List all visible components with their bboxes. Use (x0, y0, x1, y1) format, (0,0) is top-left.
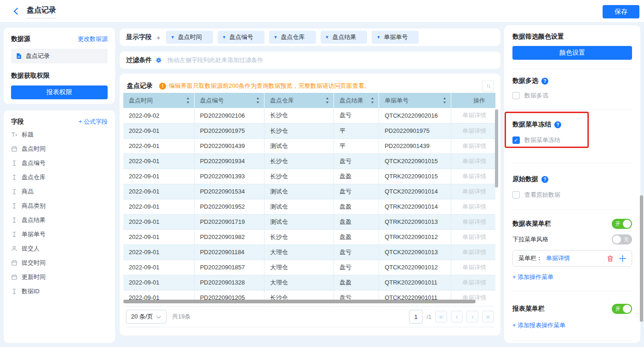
sort-icon[interactable]: ▲▼ (186, 96, 190, 104)
table-cell: 长沙仓 (264, 123, 334, 138)
field-item[interactable]: 盘点结果 (11, 215, 108, 225)
color-setting-button[interactable]: 颜色设置 (512, 46, 632, 60)
doc-detail-link[interactable]: 单据详情 (451, 138, 495, 154)
add-report-menu-link[interactable]: + 添加报表操作菜单 (512, 321, 632, 330)
display-field-chip[interactable]: ▼盘点时间 (166, 31, 213, 44)
column-header[interactable]: 盘点编号▲▼ (194, 93, 264, 108)
field-item[interactable]: 更新时间 (11, 272, 108, 282)
checkbox-unchecked-icon[interactable] (512, 92, 520, 99)
doc-detail-link[interactable]: 单据详情 (451, 260, 495, 275)
table-cell: 长沙仓 (264, 169, 334, 184)
datasource-item[interactable]: 盘点记录 (11, 49, 108, 63)
sort-order-icon[interactable]: ↑↓ (482, 80, 494, 92)
display-field-chip[interactable]: ▼盘点仓库 (269, 31, 316, 44)
formula-field-link[interactable]: + 公式字段 (79, 118, 108, 126)
column-header[interactable]: 盘点时间▲▼ (123, 93, 194, 108)
save-button[interactable]: 保存 (603, 5, 639, 18)
help-icon[interactable]: ? (541, 176, 548, 183)
doc-detail-link[interactable]: 单据详情 (451, 169, 495, 184)
field-label: 商品类别 (22, 202, 46, 210)
chip-label: 盘点结果 (332, 33, 356, 41)
data-table-panel: 盘点记录 ! 编辑界面只取数据源前200条作为查询数据预览，完整数据请访问页面查… (120, 74, 500, 336)
table-cell: 2022-09-01 (123, 260, 194, 275)
display-fields-label: 显示字段 (126, 33, 152, 41)
menu-item-value-link[interactable]: 单据详情 (546, 254, 570, 262)
column-header[interactable]: 操作 (451, 93, 495, 108)
menu-bar-item[interactable]: 菜单栏： 单据详情 (512, 250, 632, 267)
column-header[interactable]: 盘点仓库▲▼ (264, 93, 334, 108)
menu-freeze-checkbox[interactable]: ✓ 数据菜单冻结 (512, 136, 632, 144)
display-field-chip[interactable]: ▼单据单号 (372, 31, 419, 44)
display-field-chip[interactable]: ▼盘点结果 (321, 31, 368, 44)
filter-bar: 过滤条件 拖动左侧字段到此处来添加过滤条件 (120, 51, 500, 69)
trash-icon[interactable] (607, 255, 614, 262)
table-cell: 大理仓 (264, 245, 334, 260)
table-cell: QTRK20220901011 (379, 275, 451, 290)
table-horizontal-scrollbar[interactable] (123, 300, 476, 303)
filter-dropzone-placeholder[interactable]: 拖动左侧字段到此处来添加过滤条件 (167, 56, 263, 64)
doc-detail-link[interactable]: 单据详情 (451, 154, 495, 169)
table-cell: PD20220901975 (379, 123, 451, 138)
doc-detail-link[interactable]: 单据详情 (451, 123, 495, 138)
last-page-icon[interactable]: » (482, 311, 494, 323)
multi-select-checkbox[interactable]: 数据多选 (512, 91, 632, 100)
column-header[interactable]: 单据单号▲▼ (379, 93, 451, 108)
sort-icon[interactable]: ▲▼ (371, 96, 374, 104)
doc-detail-link[interactable]: 单据详情 (451, 229, 495, 245)
field-item[interactable]: 数据ID (11, 286, 108, 296)
doc-detail-link[interactable]: 单据详情 (451, 245, 495, 260)
first-page-icon[interactable]: « (435, 311, 447, 323)
sort-icon[interactable]: ▲▼ (256, 96, 259, 104)
page-size-select[interactable]: 20 条/页 (126, 310, 167, 324)
table-menu-toggle[interactable]: 开 (612, 219, 632, 229)
add-action-menu-link[interactable]: + 添加操作菜单 (512, 273, 632, 281)
raw-data-checkbox[interactable]: 查看原始数据 (512, 191, 632, 199)
pagination-bar: 20 条/页 共19条 1 /1 «‹›» (126, 306, 494, 327)
report-menu-toggle[interactable]: 开 (612, 304, 632, 314)
doc-detail-link[interactable]: 单据详情 (451, 214, 495, 229)
field-item[interactable]: 盘点编号 (11, 158, 108, 168)
chevron-down-icon (156, 314, 161, 319)
sort-icon[interactable]: ▲▼ (326, 96, 329, 104)
table-cell: 2022-09-01 (123, 169, 194, 184)
gear-icon[interactable] (155, 57, 162, 63)
move-icon[interactable] (619, 255, 626, 262)
field-item[interactable]: 盘点仓库 (11, 172, 108, 182)
help-icon[interactable]: ? (554, 121, 561, 128)
doc-detail-link[interactable]: 单据详情 (451, 184, 495, 199)
field-item[interactable]: 商品 (11, 187, 108, 197)
preview-notice: ! 编辑界面只取数据源前200条作为查询数据预览，完整数据请访问页面查看。 (159, 82, 370, 90)
add-display-field-icon[interactable]: + (156, 34, 161, 41)
table-cell: 盘亏 (334, 154, 379, 169)
page-number-input[interactable]: 1 (409, 310, 423, 324)
next-page-icon[interactable]: › (466, 311, 478, 323)
table-row: 2022-09-01PD20220901934长沙仓盘亏QTCK20220901… (123, 154, 495, 169)
date-icon (11, 260, 17, 266)
prev-page-icon[interactable]: ‹ (451, 311, 463, 323)
column-header-label: 盘点仓库 (270, 97, 294, 104)
field-item[interactable]: 单据单号 (11, 229, 108, 239)
doc-detail-link[interactable]: 单据详情 (451, 199, 495, 214)
table-vertical-scrollbar[interactable] (495, 109, 498, 188)
doc-detail-link[interactable]: 单据详情 (451, 108, 495, 123)
sort-icon[interactable]: ▲▼ (443, 96, 446, 104)
back-icon[interactable] (14, 8, 21, 15)
field-item[interactable]: 提交时间 (11, 258, 108, 268)
warning-icon: ! (159, 83, 166, 90)
field-item[interactable]: 商品类别 (11, 201, 108, 211)
help-icon[interactable]: ? (541, 78, 548, 85)
dropdown-style-toggle[interactable]: 关 (612, 234, 632, 245)
report-permission-button[interactable]: 报表权限 (11, 85, 108, 99)
document-icon (16, 53, 22, 59)
field-item[interactable]: 标题 (11, 130, 108, 140)
checkbox-checked-icon[interactable]: ✓ (512, 137, 520, 144)
display-field-chip[interactable]: ▼盘点编号 (218, 31, 264, 44)
table-scroll-area[interactable]: 盘点时间▲▼盘点编号▲▼盘点仓库▲▼盘点结果▲▼单据单号▲▼操作 2022-09… (123, 93, 497, 304)
page-vertical-scrollbar[interactable] (640, 195, 643, 322)
column-header[interactable]: 盘点结果▲▼ (334, 93, 379, 108)
field-item[interactable]: 提交人 (11, 244, 108, 254)
doc-detail-link[interactable]: 单据详情 (451, 275, 495, 290)
change-datasource-link[interactable]: 更改数据源 (78, 35, 108, 43)
checkbox-unchecked-icon[interactable] (512, 191, 520, 199)
field-item[interactable]: 盘点时间 (11, 144, 108, 154)
